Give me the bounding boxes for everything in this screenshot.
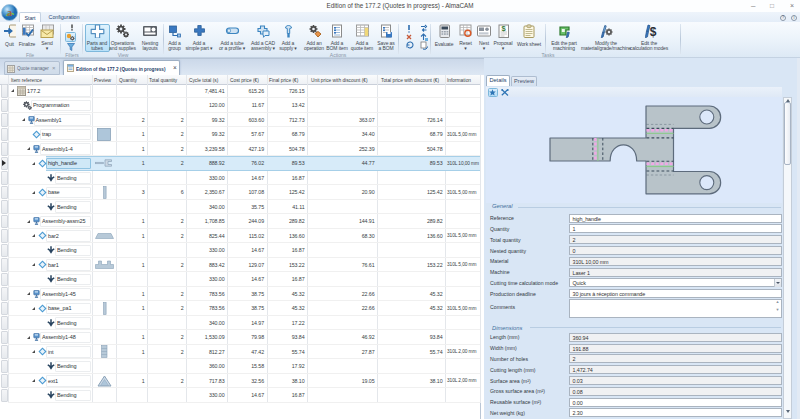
svg-text:$: $	[649, 25, 656, 39]
svg-text:a: a	[7, 7, 12, 18]
